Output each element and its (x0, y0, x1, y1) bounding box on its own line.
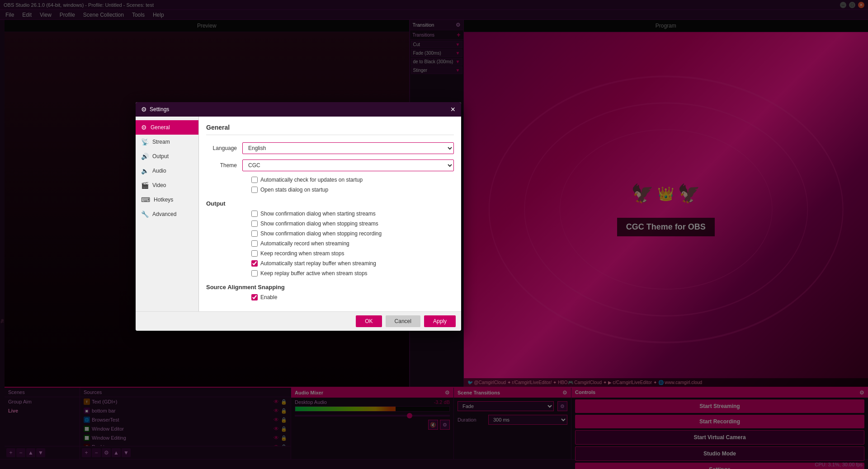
source-item-desktop[interactable]: 🖥 Desktop 👁 🔒 (80, 442, 291, 446)
settings-cancel-button[interactable]: Cancel (386, 315, 420, 327)
source-lock-text[interactable]: 🔒 (281, 399, 287, 405)
source-icon-window-editing: ⬜ (84, 435, 90, 441)
menu-view[interactable]: View (36, 11, 55, 19)
transition-type-select[interactable]: Fade Cut Stinger (458, 401, 554, 411)
move-scene-up-button[interactable]: ▲ (26, 448, 35, 457)
transition-duration-select[interactable]: 300 ms 200 ms 500 ms (488, 415, 567, 425)
wing-right-icon: 🦅 (678, 183, 700, 204)
settings-sidebar: ⚙ General 📡 Stream 🔊 Output 🔈 Audio 🎬 (136, 117, 199, 311)
transition-fade-row: Fade Cut Stinger ⚙ (458, 401, 567, 411)
start-recording-button[interactable]: Start Recording (575, 415, 864, 428)
move-scene-down-button[interactable]: ▼ (36, 448, 45, 457)
close-button[interactable]: ✕ (858, 2, 864, 8)
move-source-up-button[interactable]: ▲ (112, 448, 121, 457)
source-visibility-window-editor[interactable]: 👁 (274, 426, 279, 432)
menu-edit[interactable]: Edit (19, 11, 35, 19)
keep-recording-checkbox[interactable] (251, 250, 258, 257)
menu-tools[interactable]: Tools (128, 11, 148, 19)
language-select[interactable]: English (242, 142, 454, 154)
settings-nav-advanced[interactable]: 🔧 Advanced (136, 207, 198, 221)
theme-select[interactable]: CGC Default (242, 159, 454, 171)
settings-nav-video[interactable]: 🎬 Video (136, 178, 198, 192)
settings-title: ⚙ Settings (141, 106, 169, 113)
settings-nav-hotkeys[interactable]: ⌨ Hotkeys (136, 192, 198, 207)
scene-transitions-settings-button[interactable]: ⚙ (562, 389, 567, 396)
settings-nav-general[interactable]: ⚙ General (136, 120, 198, 135)
transition-expand-fade[interactable]: ▼ (456, 51, 460, 56)
remove-scene-button[interactable]: − (16, 448, 25, 457)
rec-dot: ● (770, 462, 774, 467)
transition-item-ftb[interactable]: de to Black (300ms) ▼ (411, 58, 462, 66)
source-item-window-editing[interactable]: ⬜ Window Editing 👁 🔒 (80, 433, 291, 442)
source-lock-window-editing[interactable]: 🔒 (281, 435, 287, 441)
source-lock-bottombar[interactable]: 🔒 (281, 408, 287, 414)
program-label: Program (464, 20, 868, 32)
menu-file[interactable]: File (2, 11, 18, 19)
scene-item-live[interactable]: Live (5, 406, 80, 415)
replay-buffer-checkbox[interactable] (251, 260, 258, 267)
transition-item-cut[interactable]: Cut ▼ (411, 41, 462, 48)
source-visibility-window-editing[interactable]: 👁 (274, 435, 279, 441)
confirm-stop-stream-checkbox[interactable] (251, 220, 258, 227)
controls-settings-button[interactable]: ⚙ (859, 389, 864, 396)
audio-volume-slider[interactable] (295, 415, 450, 417)
transition-item-stinger[interactable]: Stinger ▼ (411, 66, 462, 74)
audio-mixer-settings-button[interactable]: ⚙ (445, 389, 450, 396)
transition-expand-cut[interactable]: ▼ (456, 42, 460, 47)
source-item-bottombar[interactable]: ▣ bottom bar 👁 🔒 (80, 406, 291, 415)
source-name-bottombar: bottom bar (92, 408, 116, 413)
source-visibility-bottombar[interactable]: 👁 (274, 408, 279, 414)
auto-update-checkbox[interactable] (251, 177, 258, 183)
transition-expand-stinger[interactable]: ▼ (456, 68, 460, 73)
start-streaming-button[interactable]: Start Streaming (575, 399, 864, 413)
open-stats-checkbox[interactable] (251, 187, 258, 193)
transition-expand-ftb[interactable]: ▼ (456, 59, 460, 64)
start-virtual-camera-button[interactable]: Start Virtual Camera (575, 430, 864, 445)
enable-snapping-checkbox[interactable] (251, 294, 258, 300)
source-settings-button[interactable]: ⚙ (102, 448, 111, 457)
replay-active-checkbox[interactable] (251, 270, 258, 277)
sources-header: Sources (80, 388, 291, 397)
transition-gear-button[interactable]: ⚙ (456, 22, 461, 28)
scenes-panel: Scenes Group Aim Live + − ▲ ▼ (5, 388, 80, 459)
settings-body: ⚙ General 📡 Stream 🔊 Output 🔈 Audio 🎬 (136, 117, 461, 311)
source-lock-browser[interactable]: 🔒 (281, 417, 287, 423)
transition-name-cut: Cut (413, 42, 420, 47)
auto-record-checkbox[interactable] (251, 240, 258, 247)
maximize-button[interactable]: □ (849, 2, 855, 8)
source-name-browser: BrowserTest (92, 417, 119, 422)
source-lock-window-editor[interactable]: 🔒 (281, 426, 287, 432)
settings-ok-button[interactable]: OK (356, 315, 382, 327)
source-item-text[interactable]: T Text (GDI+) 👁 🔒 (80, 397, 291, 406)
add-transition-button[interactable]: + (457, 31, 460, 38)
add-scene-button[interactable]: + (6, 448, 15, 457)
audio-track-controls: 🔇 ⚙ (295, 420, 450, 430)
transition-item-fade[interactable]: Fade (300ms) ▼ (411, 49, 462, 57)
confirm-start-checkbox[interactable] (251, 211, 258, 217)
settings-nav-stream[interactable]: 📡 Stream (136, 135, 198, 149)
source-item-window-editor[interactable]: ⬜ Window Editor 👁 🔒 (80, 424, 291, 433)
move-source-down-button[interactable]: ▼ (122, 448, 131, 457)
settings-nav-audio[interactable]: 🔈 Audio (136, 164, 198, 178)
audio-mute-button[interactable]: 🔇 (428, 420, 438, 430)
confirm-stop-rec-checkbox[interactable] (251, 230, 258, 237)
settings-audio-icon: 🔈 (141, 167, 149, 174)
settings-nav-output[interactable]: 🔊 Output (136, 149, 198, 164)
settings-apply-button[interactable]: Apply (424, 315, 456, 327)
studio-mode-button[interactable]: Studio Mode (575, 446, 864, 461)
source-visibility-browser[interactable]: 👁 (274, 417, 279, 423)
add-source-button[interactable]: + (82, 448, 91, 457)
menu-help[interactable]: Help (149, 11, 168, 19)
scene-transitions-content: Fade Cut Stinger ⚙ Duration 300 ms 200 m… (454, 398, 571, 428)
transition-type-settings[interactable]: ⚙ (557, 401, 567, 411)
remove-source-button[interactable]: − (92, 448, 101, 457)
settings-close-button[interactable]: ✕ (450, 106, 456, 113)
source-visibility-text[interactable]: 👁 (274, 399, 279, 405)
minimize-button[interactable]: ─ (840, 2, 846, 8)
source-item-browser[interactable]: 🌐 BrowserTest 👁 🔒 (80, 415, 291, 424)
audio-settings-button[interactable]: ⚙ (440, 420, 450, 430)
scene-item-group[interactable]: Group Aim (5, 397, 80, 406)
menu-profile[interactable]: Profile (56, 11, 79, 19)
menu-scene-collection[interactable]: Scene Collection (80, 11, 127, 19)
menu-bar: File Edit View Profile Scene Collection … (0, 10, 868, 20)
